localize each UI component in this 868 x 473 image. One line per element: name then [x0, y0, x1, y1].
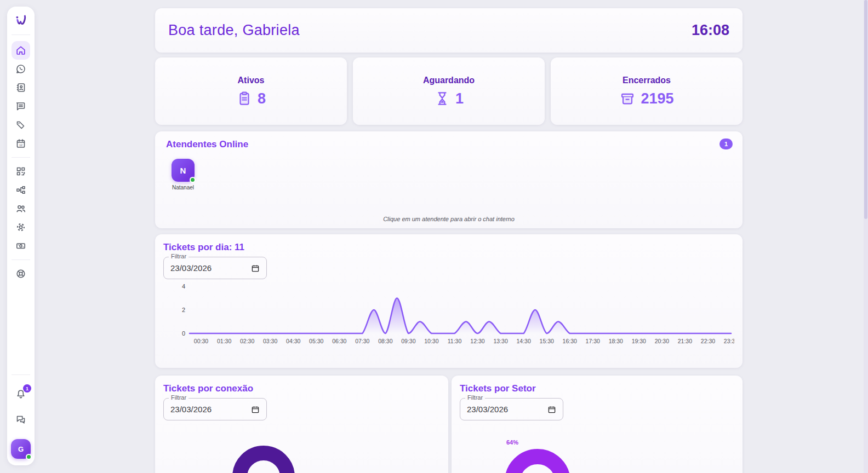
sidebar-nav: 12 — [12, 41, 30, 283]
tickets-line-chart[interactable]: 02400:3001:3002:3003:3004:3005:3006:3007… — [163, 282, 734, 350]
stat-label: Aguardando — [423, 76, 475, 85]
sidebar: 12 — [7, 7, 35, 465]
filter-value: 23/03/2026 — [170, 263, 212, 273]
agent-natanael[interactable]: N Natanael — [170, 159, 196, 191]
contacts-icon — [15, 82, 26, 93]
internal-chat-button[interactable] — [15, 414, 26, 427]
calendar-picker-icon[interactable] — [251, 264, 260, 273]
calendar-icon: 12 — [15, 138, 26, 149]
stat-label: Encerrados — [623, 76, 671, 85]
filter-label: Filtrar — [465, 395, 485, 401]
tag-icon — [15, 119, 26, 130]
sidebar-item-quick-codes[interactable] — [12, 162, 30, 181]
date-filter-conexao[interactable]: Filtrar 23/03/2026 — [163, 398, 267, 420]
sidebar-divider — [12, 259, 30, 260]
vertical-scrollbar — [864, 0, 868, 473]
calendar-picker-icon[interactable] — [251, 405, 260, 414]
stat-value: 2195 — [641, 90, 673, 107]
agent-name: Natanael — [172, 184, 194, 191]
scrollbar-thumb[interactable] — [864, 0, 867, 219]
svg-text:06:30: 06:30 — [332, 338, 346, 344]
user-avatar-initial: G — [18, 445, 24, 453]
sidebar-divider — [12, 34, 30, 35]
sidebar-item-schedule[interactable]: 12 — [12, 134, 30, 153]
filter-label: Filtrar — [169, 253, 189, 259]
user-avatar[interactable]: G — [11, 439, 31, 459]
svg-text:00:30: 00:30 — [194, 338, 208, 344]
tickets-por-dia-card: Tickets por dia: 11 Filtrar 23/03/2026 0… — [155, 234, 743, 368]
flow-icon — [15, 184, 26, 195]
atendentes-hint: Clique em um atendente para abrir o chat… — [155, 216, 743, 222]
stat-value: 8 — [258, 90, 266, 107]
svg-text:18:30: 18:30 — [609, 338, 623, 344]
clipboard-icon — [236, 90, 253, 107]
notifications-button[interactable]: 1 — [15, 389, 26, 402]
tickets-por-conexao-card: Tickets por conexão Filtrar 23/03/2026 — [155, 376, 448, 473]
calendar-picker-icon[interactable] — [547, 405, 556, 414]
lifebuoy-icon — [15, 268, 26, 279]
chats-icon — [15, 414, 26, 425]
agent-avatar: N — [172, 159, 195, 182]
app-logo[interactable] — [12, 11, 30, 30]
svg-text:16:30: 16:30 — [563, 338, 577, 344]
page-title: Boa tarde, Gabriela — [168, 22, 300, 39]
svg-text:09:30: 09:30 — [401, 338, 415, 344]
sidebar-item-settings[interactable] — [12, 218, 30, 236]
svg-text:17:30: 17:30 — [586, 338, 600, 344]
sidebar-item-chat-messages[interactable] — [12, 97, 30, 116]
svg-text:4: 4 — [182, 283, 185, 290]
agent-initial: N — [180, 166, 186, 175]
users-icon — [15, 203, 26, 214]
date-filter-dia[interactable]: Filtrar 23/03/2026 — [163, 257, 267, 279]
gear-icon — [15, 222, 26, 233]
filter-value: 23/03/2026 — [170, 405, 212, 414]
svg-text:07:30: 07:30 — [355, 338, 369, 344]
setor-donut-chart[interactable] — [498, 442, 577, 473]
svg-text:12:30: 12:30 — [470, 338, 484, 344]
sidebar-item-users[interactable] — [12, 199, 30, 218]
svg-text:13:30: 13:30 — [493, 338, 507, 344]
svg-text:12: 12 — [19, 143, 22, 147]
main-content: Boa tarde, Gabriela 16:08 Ativos 8 Aguar… — [155, 0, 743, 473]
stat-label: Ativos — [238, 76, 265, 85]
svg-text:01:30: 01:30 — [217, 338, 231, 344]
whatsapp-icon — [15, 64, 26, 74]
bottom-cards-row: Tickets por conexão Filtrar 23/03/2026 T… — [155, 376, 743, 473]
filter-value: 23/03/2026 — [467, 405, 508, 414]
svg-text:14:30: 14:30 — [516, 338, 530, 344]
sidebar-item-help[interactable] — [12, 264, 30, 283]
svg-text:04:30: 04:30 — [286, 338, 300, 344]
sidebar-item-financial[interactable] — [12, 236, 30, 255]
svg-text:08:30: 08:30 — [378, 338, 392, 344]
stat-card-encerrados[interactable]: Encerrados 2195 — [551, 57, 743, 125]
conexao-donut-chart[interactable] — [227, 440, 300, 473]
date-filter-setor[interactable]: Filtrar 23/03/2026 — [460, 398, 563, 420]
sidebar-item-home[interactable] — [12, 41, 30, 60]
svg-text:23:30: 23:30 — [724, 338, 734, 344]
stat-value: 1 — [455, 90, 464, 107]
agent-online-dot — [190, 177, 196, 183]
money-icon — [15, 240, 26, 251]
filter-label: Filtrar — [169, 395, 189, 401]
sidebar-divider — [12, 157, 30, 158]
svg-text:11:30: 11:30 — [448, 338, 462, 344]
sidebar-item-flows[interactable] — [12, 181, 30, 199]
sidebar-bottom: 1 G — [7, 367, 35, 459]
greeting-card: Boa tarde, Gabriela 16:08 — [155, 8, 743, 53]
archive-icon — [619, 90, 636, 107]
svg-text:02:30: 02:30 — [240, 338, 254, 344]
clock: 16:08 — [692, 22, 729, 39]
tickets-dia-title: Tickets por dia: 11 — [163, 242, 734, 253]
stat-card-aguardando[interactable]: Aguardando 1 — [353, 57, 545, 125]
svg-text:22:30: 22:30 — [701, 338, 715, 344]
qr-code-icon — [15, 166, 26, 177]
tickets-conexao-title: Tickets por conexão — [163, 383, 440, 394]
sidebar-item-whatsapp[interactable] — [12, 60, 30, 78]
sidebar-item-contacts[interactable] — [12, 78, 30, 97]
chat-icon — [15, 101, 26, 112]
logo-w-icon — [13, 12, 29, 28]
hourglass-icon — [434, 90, 450, 107]
sidebar-item-tags[interactable] — [12, 116, 30, 134]
svg-text:15:30: 15:30 — [540, 338, 554, 344]
stat-card-ativos[interactable]: Ativos 8 — [155, 57, 347, 125]
